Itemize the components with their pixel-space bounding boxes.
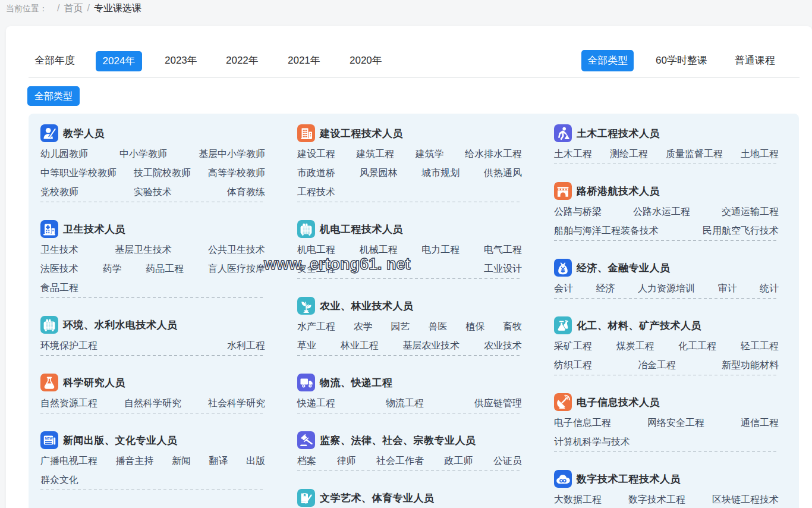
svg-text:NEW: NEW [45, 437, 53, 440]
